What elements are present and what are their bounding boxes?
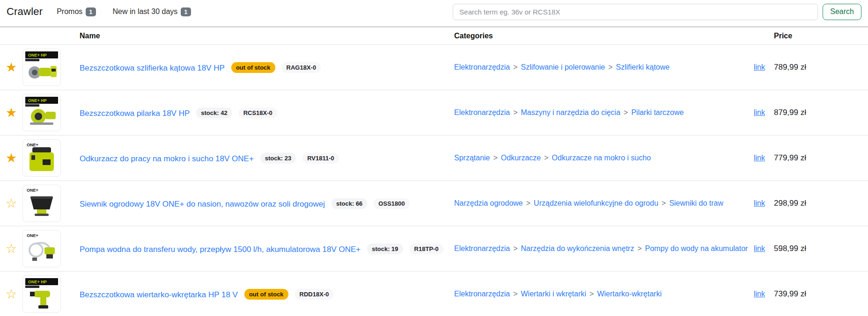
header-star-column [0,27,22,45]
product-name-link[interactable]: Siewnik ogrodowy 18V ONE+ do nasion, naw… [80,200,325,208]
sku-badge: RV1811-0 [302,153,339,164]
circular-saw-image: ONE+ HP [23,94,60,131]
product-external-link[interactable]: link [754,244,765,252]
water-pump-image: ONE+ [23,230,60,267]
breadcrumb-separator: > [513,290,517,298]
sku-badge: R18TP-0 [410,244,443,254]
category-breadcrumb: Narzędzia ogrodowe>Urządzenia wielofunkc… [454,197,737,209]
header-price: Price [772,27,868,45]
product-thumbnail[interactable]: ONE+ [22,185,61,222]
top-bar: Crawler Promos 1 New in last 30 days 1 S… [0,0,868,23]
product-external-link[interactable]: link [754,154,765,162]
category-link[interactable]: Wiertarko-wkrętarki [597,290,662,298]
category-link[interactable]: Elektronarzędzia [454,290,510,298]
category-breadcrumb: Sprzątanie>Odkurzacze>Odkurzacze na mokr… [454,152,737,164]
product-price: 598,99 zł [772,226,868,272]
category-link[interactable]: Siewniki do traw [669,199,723,207]
star-toggle[interactable]: ☆ [6,196,17,210]
product-price: 298,99 zł [772,181,868,226]
category-link[interactable]: Wiertarki i wkrętarki [521,290,587,298]
category-breadcrumb: Elektronarzędzia>Narzędzia do wykończeni… [454,243,737,255]
product-thumbnail[interactable]: ONE+ HP [22,94,61,131]
product-thumbnail[interactable]: ONE+ [22,230,61,267]
product-price: 739,99 zł [772,272,868,316]
stock-badge: stock: 66 [331,198,367,209]
header-link-column [749,27,772,45]
star-toggle[interactable]: ★ [6,60,17,74]
sku-badge: RDD18X-0 [295,289,334,300]
products-table: Name Categories Price ★ ONE+ HP [0,27,868,316]
product-thumbnail[interactable]: ONE+ HP [22,275,61,313]
category-link[interactable]: Szlifierki kątowe [616,63,670,71]
table-row: ☆ ONE+ HP Bezszczotkowa wiertarko-wkręta… [0,272,868,316]
category-link[interactable]: Odkurzacze na mokro i sucho [552,154,651,162]
star-toggle[interactable]: ☆ [6,287,17,301]
nav-promos-label: Promos [57,7,82,16]
svg-text:ONE+: ONE+ [27,233,38,238]
product-name-link[interactable]: Odkurzacz do pracy na mokro i sucho 18V … [80,154,254,163]
category-link[interactable]: Odkurzacze [501,154,541,162]
table-row: ★ ONE+ HP Bezszczotkowa szlifierka kątow… [0,45,868,90]
stock-badge: stock: 23 [260,153,296,164]
star-toggle[interactable]: ★ [6,106,17,120]
product-price: 879,99 zł [772,90,868,136]
category-link[interactable]: Elektronarzędzia [454,63,510,71]
product-external-link[interactable]: link [754,290,765,298]
star-toggle[interactable]: ☆ [6,242,17,256]
product-external-link[interactable]: link [754,199,765,207]
breadcrumb-separator: > [662,199,666,207]
stock-badge: out of stock [244,289,288,300]
breadcrumb-separator: > [589,290,594,298]
category-link[interactable]: Urządzenia wielofunkcyjne do ogrodu [534,199,658,207]
category-link[interactable]: Sprzątanie [454,154,490,162]
product-external-link[interactable]: link [754,63,765,71]
breadcrumb-separator: > [513,108,517,116]
category-link[interactable]: Narzędzia ogrodowe [454,199,523,207]
search-input[interactable] [453,4,818,20]
svg-text:ONE+ HP: ONE+ HP [28,53,47,57]
svg-text:ONE+: ONE+ [27,143,38,147]
breadcrumb-separator: > [624,108,628,116]
product-external-link[interactable]: link [754,108,765,116]
header-name: Name [80,27,454,45]
new-count-badge: 1 [181,7,191,16]
product-name-link[interactable]: Bezszczotkowa wiertarko-wkrętarka HP 18 … [80,290,238,299]
category-link[interactable]: Pompy do wody na akumulator [645,244,748,252]
product-name-link[interactable]: Pompa wodna do transferu wody, przepływ … [80,245,360,254]
table-row: ★ ONE+ Odkurzacz do pracy na mokro i suc… [0,136,868,181]
wet-dry-vacuum-image: ONE+ [23,140,60,176]
drill-driver-image: ONE+ HP [23,276,60,312]
nav-new-in-30-days[interactable]: New in last 30 days 1 [113,7,191,16]
seed-spreader-image: ONE+ [23,185,60,222]
app-title: Crawler [7,6,43,18]
category-link[interactable]: Elektronarzędzia [454,244,510,252]
header-categories: Categories [454,27,749,45]
product-thumbnail[interactable]: ONE+ [22,139,61,177]
product-thumbnail[interactable]: ONE+ HP [22,49,61,86]
breadcrumb-separator: > [493,154,498,162]
search-button[interactable]: Search [823,4,861,20]
breadcrumb-separator: > [513,63,517,71]
category-breadcrumb: Elektronarzędzia>Maszyny i narzędzia do … [454,107,737,119]
breadcrumb-separator: > [637,244,641,252]
star-toggle[interactable]: ★ [6,151,17,165]
category-breadcrumb: Elektronarzędzia>Wiertarki i wkrętarki>W… [454,288,737,300]
sku-badge: RAG18X-0 [282,62,321,73]
promos-count-badge: 1 [86,7,96,16]
product-name-link[interactable]: Bezszczotkowa pilarka 18V HP [80,109,190,118]
stock-badge: out of stock [231,62,275,73]
sku-badge: RCS18X-0 [239,108,277,118]
category-link[interactable]: Elektronarzędzia [454,108,510,116]
svg-text:ONE+ HP: ONE+ HP [28,98,47,103]
table-row: ☆ ONE+ Siewnik ogrodowy 18V ONE+ do nasi… [0,181,868,226]
header-image-column [22,27,80,45]
breadcrumb-separator: > [526,199,530,207]
category-link[interactable]: Szlifowanie i polerowanie [521,63,605,71]
category-link[interactable]: Maszyny i narzędzia do cięcia [521,108,621,116]
table-row: ☆ ONE+ Pompa wodna do transferu wody, pr… [0,226,868,272]
category-link[interactable]: Pilarki tarczowe [631,108,684,116]
product-name-link[interactable]: Bezszczotkowa szlifierka kątowa 18V HP [80,64,225,72]
category-link[interactable]: Narzędzia do wykończenia wnętrz [521,244,634,252]
nav-promos[interactable]: Promos 1 [57,7,96,16]
breadcrumb-separator: > [513,244,517,252]
